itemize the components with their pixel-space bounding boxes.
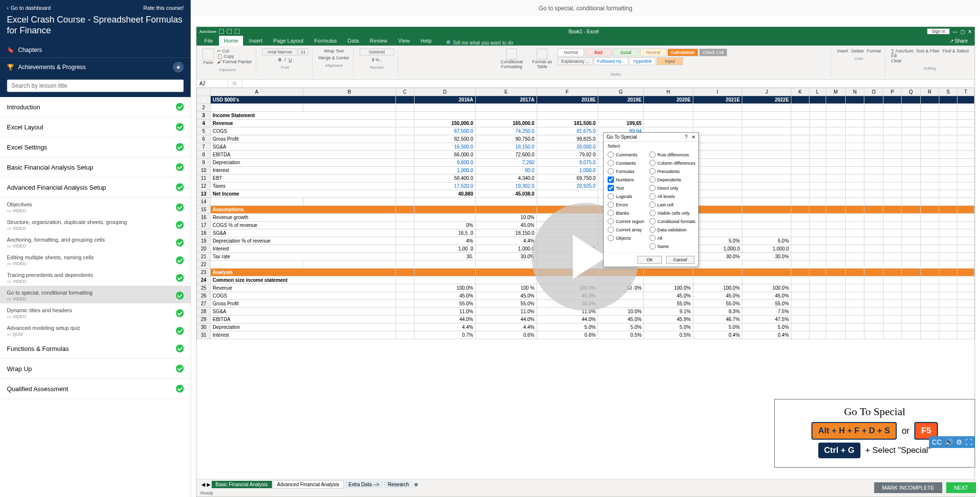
delete-cells-button[interactable]: Delete	[851, 49, 864, 53]
goto-option[interactable]: Constants	[608, 160, 644, 166]
volume-icon[interactable]: 🔊	[945, 438, 953, 446]
chapter-item[interactable]: Introduction	[0, 97, 191, 117]
insert-cells-button[interactable]: Insert	[837, 49, 848, 53]
bold-button[interactable]: B	[278, 57, 282, 62]
goto-option[interactable]: Precedents	[649, 168, 696, 174]
underline-button[interactable]: U	[289, 57, 292, 62]
goto-option[interactable]: Visible cells only	[649, 210, 696, 216]
ribbon-tab-help[interactable]: Help	[416, 36, 437, 46]
goto-option[interactable]: Comments	[608, 151, 644, 158]
goto-option[interactable]: Conditional formats	[649, 218, 696, 224]
ribbon-tab-formulas[interactable]: Formulas	[309, 36, 342, 46]
cut-button[interactable]: ✂ Cut	[217, 49, 252, 53]
goto-option[interactable]: Current array	[608, 226, 644, 233]
cancel-button[interactable]: Cancel	[666, 256, 694, 264]
goto-option[interactable]: Logicals	[608, 193, 644, 199]
goto-option[interactable]: Last cell	[649, 201, 696, 208]
ribbon-tab-home[interactable]: Home	[219, 36, 243, 46]
format-painter-button[interactable]: 🖌 Format Painter	[217, 59, 252, 64]
sort-filter-button[interactable]: Sort & Filter	[916, 49, 940, 63]
ribbon-tab-view[interactable]: View	[393, 36, 415, 46]
copy-button[interactable]: 📋 Copy	[217, 54, 252, 59]
lesson-item[interactable]: Go to special, conditional formatting▭ V…	[0, 286, 191, 303]
ribbon-tab-page-layout[interactable]: Page Layout	[269, 36, 309, 46]
mark-incomplete-button[interactable]: MARK INCOMPLETE	[874, 482, 942, 493]
close-dialog-icon[interactable]: ✕	[691, 134, 695, 140]
chapter-item[interactable]: Qualified Assessment	[0, 379, 191, 399]
video-controls[interactable]: CC 🔊 ⚙ ⛶	[929, 436, 975, 448]
qat-undo-icon[interactable]	[227, 29, 232, 34]
goto-option[interactable]: Row differences	[649, 151, 696, 158]
name-box[interactable]: A2	[196, 80, 228, 87]
qat-redo-icon[interactable]	[235, 29, 240, 34]
find-select-button[interactable]: Find & Select	[942, 49, 969, 63]
goto-option[interactable]: Column differences	[649, 160, 696, 166]
lesson-item[interactable]: Advanced modeling setup quiz▭ QUIZ	[0, 321, 191, 339]
conditional-formatting-button[interactable]: Conditional Formatting	[497, 49, 526, 69]
ribbon-tab-insert[interactable]: Insert	[244, 36, 268, 46]
italic-button[interactable]: I	[285, 57, 286, 62]
lesson-item[interactable]: Editing multiple sheets, naming cells▭ V…	[0, 250, 191, 268]
lessons-list[interactable]: IntroductionExcel LayoutExcel SettingsBa…	[0, 97, 191, 497]
next-button[interactable]: NEXT	[946, 482, 976, 493]
close-icon[interactable]: ✕	[968, 29, 972, 34]
chapter-item[interactable]: Excel Layout	[0, 117, 191, 137]
rate-course-link[interactable]: Rate this course!	[143, 5, 184, 11]
cell-styles-gallery[interactable]: Normal Bad Good Neutral Calculation Chec…	[558, 49, 734, 65]
ribbon-tab-file[interactable]: File	[199, 36, 218, 46]
signin-button[interactable]: Sign in	[927, 28, 950, 34]
search-input[interactable]	[7, 79, 184, 92]
tell-me-input[interactable]: 🔍 Tell me what you want to do	[445, 40, 513, 46]
goto-option[interactable]: Errors	[608, 201, 644, 208]
goto-option[interactable]: Text	[608, 185, 644, 191]
settings-icon[interactable]: ⚙	[956, 438, 962, 446]
maximize-icon[interactable]: ▢	[960, 29, 965, 34]
number-format-select[interactable]: General	[360, 49, 394, 55]
autosum-button[interactable]: ∑ AutoSum	[891, 49, 913, 53]
font-size-select[interactable]: 11	[298, 49, 308, 55]
achievements-nav[interactable]: 🏆Achievements & Progress ★	[0, 57, 191, 76]
merge-center-button[interactable]: Merge & Center	[318, 55, 350, 60]
lesson-item[interactable]: Dynamic titles and headers▭ VIDEO	[0, 303, 191, 321]
qat-save-icon[interactable]	[219, 29, 224, 34]
chapter-item[interactable]: Basic Financial Analysis Setup	[0, 157, 191, 177]
goto-option[interactable]: All	[649, 235, 696, 241]
clear-button[interactable]: Clear	[891, 58, 913, 63]
goto-option[interactable]: Blanks	[608, 210, 644, 216]
chapter-item[interactable]: Advanced Financial Analysis Setup	[0, 177, 191, 198]
help-icon[interactable]: ?	[685, 134, 687, 140]
goto-option[interactable]: Direct only	[649, 185, 696, 191]
cc-icon[interactable]: CC	[932, 438, 942, 446]
goto-option[interactable]: Objects	[608, 235, 644, 241]
back-to-dashboard-link[interactable]: ‹Go to dashboard	[7, 5, 51, 11]
chapters-nav[interactable]: 🔖 Chapters	[0, 43, 191, 57]
format-cells-button[interactable]: Format	[867, 49, 881, 53]
fx-icon[interactable]: fx	[228, 80, 242, 87]
ok-button[interactable]: OK	[637, 256, 662, 264]
format-as-table-button[interactable]: Format as Table	[529, 49, 555, 69]
font-family-select[interactable]: Arial Narrow	[262, 49, 297, 55]
lesson-item[interactable]: Objectives▭ VIDEO	[0, 198, 191, 215]
chapter-item[interactable]: Functions & Formulas	[0, 339, 191, 359]
ribbon-tab-review[interactable]: Review	[365, 36, 392, 46]
goto-option[interactable]: Same	[649, 243, 696, 249]
wrap-text-button[interactable]: Wrap Text	[324, 49, 343, 53]
minimize-icon[interactable]: —	[953, 29, 957, 34]
formula-input[interactable]	[242, 80, 975, 87]
fill-button[interactable]: Fill	[891, 53, 913, 58]
goto-option[interactable]: All levels	[649, 193, 696, 199]
lesson-item[interactable]: Structure, organization, duplicate sheet…	[0, 215, 191, 233]
chapter-item[interactable]: Wrap Up	[0, 359, 191, 379]
goto-option[interactable]: Current region	[608, 218, 644, 224]
goto-option[interactable]: Formulas	[608, 168, 644, 174]
fullscreen-icon[interactable]: ⛶	[965, 438, 972, 446]
ribbon-tab-data[interactable]: Data	[343, 36, 364, 46]
lesson-item[interactable]: Anchoring, formatting, and grouping cell…	[0, 233, 191, 250]
goto-option[interactable]: Numbers	[608, 176, 644, 183]
paste-icon[interactable]	[202, 49, 214, 60]
share-button[interactable]: ↗ Share	[946, 36, 972, 46]
goto-option[interactable]: Dependents	[649, 176, 696, 183]
chapter-item[interactable]: Excel Settings	[0, 137, 191, 157]
lesson-item[interactable]: Tracing precedents and dependents▭ VIDEO	[0, 268, 191, 286]
goto-option[interactable]: Data validation	[649, 226, 696, 233]
